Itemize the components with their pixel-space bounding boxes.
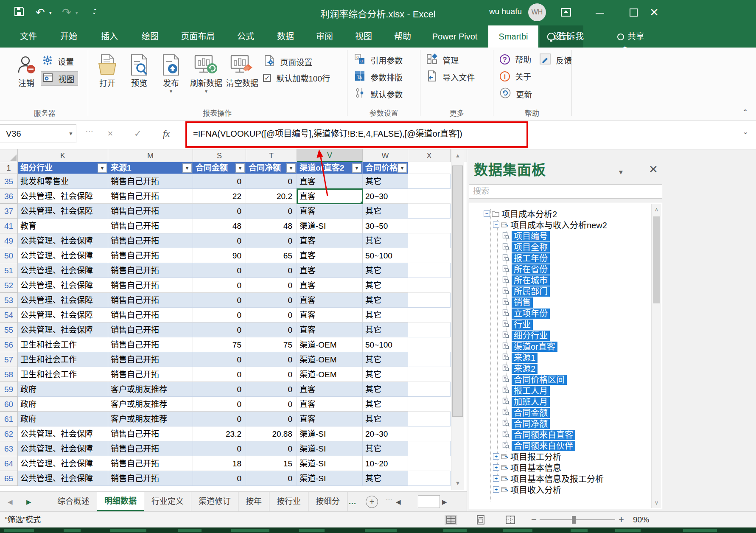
- cell-K36[interactable]: 公共管理、社会保障: [18, 189, 108, 204]
- publish-button[interactable]: 发布 ▾: [156, 52, 186, 93]
- cell-K59[interactable]: 政府: [18, 382, 108, 397]
- cell-S55[interactable]: 0: [193, 323, 246, 337]
- filter-dropdown-icon[interactable]: ▼: [235, 163, 245, 173]
- cell-W65[interactable]: 其它: [363, 471, 408, 486]
- cell-T62[interactable]: 20.88: [246, 426, 297, 441]
- ribbon-display-options-icon[interactable]: [558, 7, 574, 22]
- tree-field-加班人月[interactable]: 加班人月: [502, 395, 550, 406]
- cell-S53[interactable]: 0: [193, 293, 246, 308]
- sheet-nav-left-icon[interactable]: ◀: [8, 492, 13, 512]
- cell-S56[interactable]: 75: [193, 337, 246, 352]
- cell-W63[interactable]: 其它: [363, 441, 408, 456]
- cell-S63[interactable]: 0: [193, 441, 246, 456]
- cell-V64[interactable]: 渠道-SI: [297, 456, 363, 471]
- cell-T58[interactable]: 0: [246, 367, 297, 382]
- cell-S65[interactable]: 0: [193, 471, 246, 486]
- header-cell-T[interactable]: 合同净额▼: [246, 162, 297, 174]
- cell-X41[interactable]: [408, 219, 451, 233]
- header-cell-S[interactable]: 合同金额▼: [193, 162, 246, 174]
- cell-X63[interactable]: [408, 441, 451, 456]
- cell-T64[interactable]: 15: [246, 456, 297, 471]
- cell-S49[interactable]: 0: [193, 233, 246, 248]
- cell-X64[interactable]: [408, 456, 451, 471]
- cell-K37[interactable]: 公共管理、社会保障: [18, 204, 108, 219]
- cell-K35[interactable]: 批发和零售业: [18, 174, 108, 189]
- cell-X57[interactable]: [408, 352, 451, 367]
- cell-W62[interactable]: 20~30: [363, 426, 408, 441]
- ribbon-tab-公式[interactable]: 公式: [226, 25, 265, 48]
- column-letter-T[interactable]: T: [246, 149, 297, 162]
- ribbon-tab-Smartbi[interactable]: Smartbi: [488, 25, 538, 48]
- row-number-51[interactable]: 51: [0, 263, 18, 278]
- page-layout-view-icon[interactable]: [474, 515, 487, 525]
- scroll-down-icon[interactable]: ▼: [451, 477, 464, 490]
- normal-view-icon[interactable]: [445, 515, 457, 525]
- row-number-55[interactable]: 55: [0, 323, 18, 337]
- filter-dropdown-icon[interactable]: ▼: [352, 163, 361, 173]
- tree-node-项目收入分析[interactable]: +项目收入分析: [493, 483, 561, 494]
- cell-M59[interactable]: 客户或朋友推荐: [108, 382, 193, 397]
- cell-T54[interactable]: 0: [246, 308, 297, 323]
- hscroll-left-icon[interactable]: ◀: [396, 492, 401, 512]
- row-number-57[interactable]: 57: [0, 352, 18, 367]
- cell-M56[interactable]: 销售自己开拓: [108, 337, 193, 352]
- ribbon-tab-绘图[interactable]: 绘图: [131, 25, 170, 48]
- cell-T37[interactable]: 0: [246, 204, 297, 219]
- cell-K54[interactable]: 公共管理、社会保障: [18, 308, 108, 323]
- refresh-data-button[interactable]: 刷新数据 ▾: [188, 52, 224, 93]
- collapse-ribbon-icon[interactable]: ⌃: [742, 108, 748, 117]
- row-number-64[interactable]: 64: [0, 456, 18, 471]
- column-letter-S[interactable]: S: [193, 149, 246, 162]
- open-button[interactable]: 打开: [92, 52, 122, 89]
- cell-K64[interactable]: 公共管理、社会保障: [18, 456, 108, 471]
- cell-M53[interactable]: 销售自己开拓: [108, 293, 193, 308]
- select-all-corner[interactable]: [0, 149, 18, 162]
- row-number-63[interactable]: 63: [0, 441, 18, 456]
- filter-dropdown-icon[interactable]: ▼: [182, 163, 192, 173]
- cell-S54[interactable]: 0: [193, 308, 246, 323]
- scroll-up-icon[interactable]: ▲: [451, 149, 464, 162]
- cell-S58[interactable]: 0: [193, 367, 246, 382]
- preview-button[interactable]: 预览: [124, 52, 154, 89]
- cell-S64[interactable]: 18: [193, 456, 246, 471]
- cell-V37[interactable]: 直客: [297, 204, 363, 219]
- cell-S62[interactable]: 23.2: [193, 426, 246, 441]
- cell-W56[interactable]: 50~100: [363, 337, 408, 352]
- row-number-54[interactable]: 54: [0, 308, 18, 323]
- name-box[interactable]: V36: [0, 124, 76, 143]
- settings-button[interactable]: 设置: [42, 55, 74, 70]
- ribbon-tab-Power Pivot[interactable]: Power Pivot: [423, 25, 487, 48]
- column-letter-M[interactable]: M: [108, 149, 193, 162]
- cell-V62[interactable]: 渠道-SI: [297, 426, 363, 441]
- cell-M37[interactable]: 销售自己开拓: [108, 204, 193, 219]
- sheet-tab-按行业[interactable]: 按行业: [269, 492, 308, 511]
- row-number-53[interactable]: 53: [0, 293, 18, 308]
- panel-close-icon[interactable]: ✕: [649, 163, 658, 176]
- cell-K56[interactable]: 卫生和社会工作: [18, 337, 108, 352]
- cell-W52[interactable]: 其它: [363, 278, 408, 293]
- row-number-52[interactable]: 52: [0, 278, 18, 293]
- column-letter-X[interactable]: X: [408, 149, 451, 162]
- cell-X62[interactable]: [408, 426, 451, 441]
- default-load-checkbox[interactable]: ✓ 默认加载100行: [263, 72, 330, 87]
- cell-M64[interactable]: 销售自己开拓: [108, 456, 193, 471]
- help-button[interactable]: ? 帮助: [500, 53, 531, 68]
- ribbon-tab-文件[interactable]: 文件: [9, 25, 48, 48]
- cell-M51[interactable]: 销售自己开拓: [108, 263, 193, 278]
- maximize-button[interactable]: [626, 5, 641, 20]
- column-letter-K[interactable]: K: [18, 149, 108, 162]
- formula-bar-expand-icon[interactable]: ⌄: [743, 128, 748, 136]
- ribbon-tab-审阅[interactable]: 审阅: [306, 25, 343, 48]
- cell-X60[interactable]: [408, 397, 451, 412]
- cancel-formula-icon[interactable]: ×: [102, 124, 119, 143]
- cell-V49[interactable]: 直客: [297, 233, 363, 248]
- cell-W61[interactable]: 其它: [363, 412, 408, 426]
- cell-M55[interactable]: 销售自己开拓: [108, 323, 193, 337]
- cell-W35[interactable]: 其它: [363, 174, 408, 189]
- tree-field-来源1[interactable]: 来源1: [502, 351, 538, 362]
- cell-T41[interactable]: 48: [246, 219, 297, 233]
- cell-T59[interactable]: 0: [246, 382, 297, 397]
- row-number-62[interactable]: 62: [0, 426, 18, 441]
- tree-field-销售[interactable]: 销售: [502, 296, 533, 307]
- sheet-tab-综合概述[interactable]: 综合概述: [50, 492, 97, 511]
